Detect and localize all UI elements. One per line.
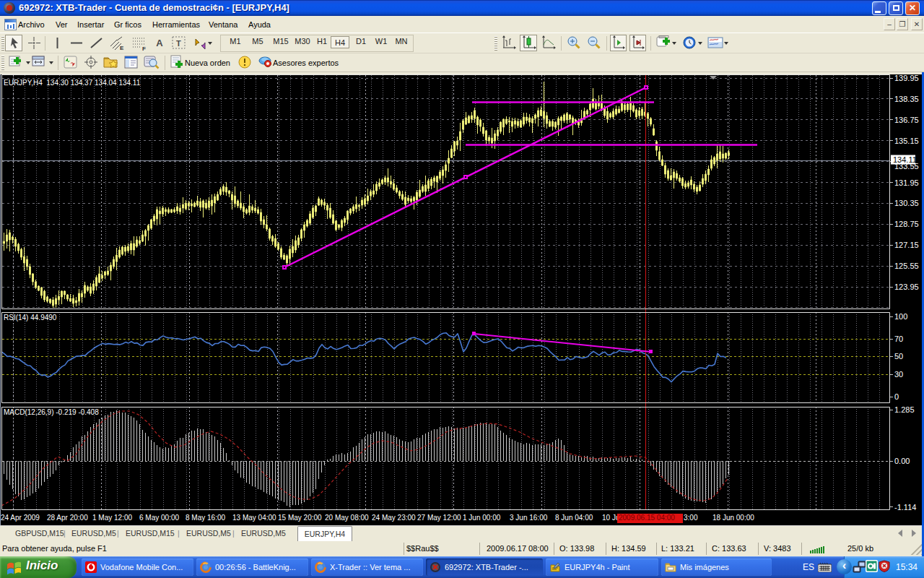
- svg-text:1.285: 1.285: [894, 405, 915, 414]
- svg-text:3:00: 3:00: [684, 514, 698, 522]
- svg-text:1 Jun 00:00: 1 Jun 00:00: [463, 514, 501, 522]
- svg-text:20 May 08:00: 20 May 08:00: [325, 514, 369, 522]
- svg-text:130.35: 130.35: [894, 199, 919, 207]
- svg-text:139.95: 139.95: [894, 74, 919, 82]
- svg-text:125.55: 125.55: [894, 262, 919, 270]
- svg-text:15 May 20:00: 15 May 20:00: [278, 514, 322, 522]
- svg-text:3 Jun 16:00: 3 Jun 16:00: [510, 514, 548, 522]
- svg-text:134.11: 134.11: [893, 155, 917, 164]
- svg-text:135.15: 135.15: [894, 137, 919, 145]
- svg-text:-1.114: -1.114: [894, 503, 916, 512]
- svg-text:0.00: 0.00: [894, 457, 910, 465]
- svg-text:2009.06.15 04:00: 2009.06.15 04:00: [619, 514, 675, 522]
- svg-text:13 May 04:00: 13 May 04:00: [232, 514, 276, 522]
- svg-text:1 May 12:00: 1 May 12:00: [92, 514, 132, 522]
- svg-text:136.75: 136.75: [894, 116, 919, 124]
- svg-text:100: 100: [894, 312, 907, 321]
- svg-text:8 May 16:00: 8 May 16:00: [186, 514, 225, 522]
- svg-text:MACD(12,26,9) -0.219 -0.408: MACD(12,26,9) -0.219 -0.408: [4, 408, 99, 416]
- svg-text:27 May 12:00: 27 May 12:00: [417, 514, 461, 522]
- svg-text:28 Apr 20:00: 28 Apr 20:00: [47, 514, 88, 522]
- svg-text:6 May 00:00: 6 May 00:00: [139, 514, 179, 522]
- svg-text:EURJPY,H4 134.30 134.37 134.0: EURJPY,H4 134.30 134.37 134.04 134.11: [4, 79, 141, 87]
- svg-text:E: E: [120, 45, 124, 51]
- svg-text:127.15: 127.15: [894, 241, 919, 249]
- svg-text:70: 70: [894, 335, 903, 343]
- svg-text:24 May 23:00: 24 May 23:00: [372, 514, 416, 522]
- svg-text:0: 0: [894, 392, 899, 401]
- svg-text:30: 30: [894, 370, 903, 379]
- svg-text:131.95: 131.95: [894, 178, 919, 187]
- svg-text:128.75: 128.75: [894, 220, 919, 228]
- svg-text:RSI(14) 44.9490: RSI(14) 44.9490: [4, 314, 57, 322]
- svg-text:24 Apr 2009: 24 Apr 2009: [1, 514, 40, 522]
- svg-text:123.95: 123.95: [894, 282, 919, 291]
- svg-text:10 Ju: 10 Ju: [602, 514, 619, 522]
- svg-text:18 Jun 00:00: 18 Jun 00:00: [712, 514, 754, 522]
- svg-text:T: T: [176, 39, 181, 48]
- svg-text:8 Jun 04:00: 8 Jun 04:00: [555, 514, 593, 522]
- svg-text:50: 50: [894, 352, 903, 361]
- svg-text:F: F: [142, 46, 146, 51]
- svg-text:138.35: 138.35: [894, 95, 919, 103]
